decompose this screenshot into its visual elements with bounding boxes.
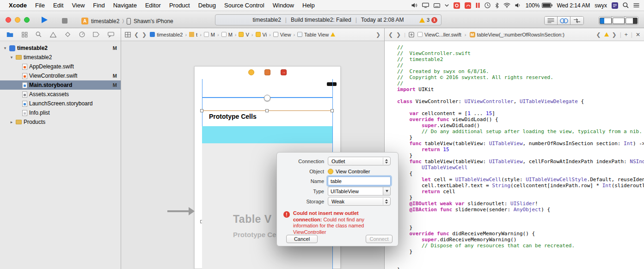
jumpbar-file-crumb[interactable]: ViewC...ller.swift	[417, 32, 461, 37]
search-navigator-icon[interactable]	[36, 31, 42, 37]
initial-view-controller-arrow[interactable]	[167, 210, 190, 212]
project-navigator-icon[interactable]	[6, 32, 13, 37]
zoom-window-button[interactable]	[24, 17, 30, 23]
run-button[interactable]	[42, 17, 48, 23]
combo-dropdown-icon[interactable]	[383, 187, 390, 195]
resize-handle[interactable]	[331, 109, 334, 112]
storage-popup[interactable]: Weak	[328, 197, 391, 206]
breadcrumb-v[interactable]: V	[239, 32, 249, 37]
stop-button[interactable]	[62, 18, 67, 24]
menubar-user[interactable]: swyx	[595, 2, 607, 9]
resize-handle[interactable]	[265, 109, 269, 112]
airplay-icon[interactable]	[465, 2, 471, 9]
close-editor-button[interactable]: ✕	[636, 31, 640, 38]
chat-icon[interactable]	[612, 2, 618, 9]
next-issue-button[interactable]: ❯	[612, 31, 617, 38]
breadcrumb-timestable2[interactable]: timestable2	[150, 32, 183, 37]
menu-view[interactable]: View	[67, 2, 89, 9]
card-icon[interactable]	[434, 3, 440, 8]
chevron-down-icon[interactable]	[445, 4, 449, 7]
bluetooth-icon[interactable]	[495, 3, 499, 8]
test-navigator-icon[interactable]	[65, 31, 71, 37]
toggle-utilities-button[interactable]	[625, 17, 638, 24]
breadcrumb-m[interactable]: M	[204, 32, 215, 37]
file-row-products[interactable]: ▸Products	[0, 117, 121, 127]
forward-button[interactable]: ❯	[142, 31, 147, 38]
first-responder-icon[interactable]	[264, 69, 270, 75]
volume-icon[interactable]	[411, 3, 417, 8]
issue-badges[interactable]: 3 1	[419, 15, 437, 25]
breadcrumb-vi[interactable]: Vi	[256, 32, 267, 37]
disclosure-triangle-icon[interactable]: ▸	[9, 120, 14, 124]
record-icon[interactable]	[454, 2, 460, 9]
cancel-button[interactable]: Cancel	[286, 235, 318, 243]
back-button[interactable]: ❮	[134, 31, 139, 38]
scheme-selector[interactable]: A timestable2 〉 Shawn's iPhone	[81, 18, 173, 24]
report-navigator-icon[interactable]	[108, 32, 114, 37]
wifi-icon[interactable]	[503, 3, 510, 8]
clock-icon[interactable]	[485, 2, 491, 8]
assistant-editor-button[interactable]	[558, 17, 570, 24]
selected-table-cell[interactable]	[202, 126, 332, 143]
spotlight-icon[interactable]	[623, 2, 629, 8]
menu-debug[interactable]: Debug	[194, 2, 220, 9]
next-item-chevron-icon[interactable]: ❯	[376, 31, 380, 38]
file-row-assets-xcassets[interactable]: Assets.xcassets	[0, 90, 121, 99]
menu-editor[interactable]: Editor	[141, 2, 165, 9]
jumpbar-symbol-crumb[interactable]: M tableView(_:numberOfRowsInSection:)	[470, 32, 564, 37]
close-window-button[interactable]	[6, 17, 11, 23]
connection-popup[interactable]: Outlet	[328, 157, 391, 165]
previous-issue-button[interactable]: ❮	[596, 31, 601, 38]
connect-button[interactable]: Connect	[366, 235, 393, 243]
toggle-navigator-button[interactable]	[599, 17, 612, 24]
menu-navigate[interactable]: Navigate	[109, 2, 141, 9]
breadcrumb-t[interactable]: t	[189, 32, 197, 37]
disclosure-triangle-icon[interactable]: ▾	[3, 46, 7, 50]
file-row-info-plist[interactable]: Info.plist	[0, 108, 121, 117]
sound-icon[interactable]	[515, 3, 521, 8]
breadcrumb-m[interactable]: M	[221, 32, 233, 37]
file-row-main-storyboard[interactable]: Main.storyboardM	[0, 80, 121, 90]
view-controller-icon[interactable]	[248, 69, 254, 75]
standard-editor-button[interactable]	[545, 17, 558, 24]
breakpoint-navigator-icon[interactable]	[93, 32, 99, 37]
minimize-window-button[interactable]	[15, 17, 20, 23]
resize-handle[interactable]	[200, 109, 203, 112]
back-button[interactable]: ❮	[388, 31, 393, 38]
name-input[interactable]: table	[328, 177, 391, 185]
forward-button[interactable]: ❯	[396, 31, 401, 38]
breadcrumb-table-view[interactable]: Table View	[297, 32, 335, 37]
add-editor-button[interactable]: +	[625, 31, 628, 38]
exit-icon[interactable]: →	[281, 69, 287, 75]
notification-center-icon[interactable]	[633, 3, 639, 8]
debug-navigator-icon[interactable]	[79, 31, 85, 37]
menu-edit[interactable]: Edit	[49, 2, 67, 9]
file-row-viewcontroller-swift[interactable]: ViewController.swiftM	[0, 71, 121, 80]
toggle-debug-area-button[interactable]	[612, 17, 625, 24]
code-editor[interactable]: //// ViewController.swift// timestable2/…	[385, 41, 644, 269]
disclosure-triangle-icon[interactable]: ▾	[9, 55, 14, 60]
menu-window[interactable]: Window	[269, 2, 298, 9]
menu-find[interactable]: Find	[89, 2, 109, 9]
battery-status[interactable]: 100%	[526, 2, 552, 9]
pause-icon[interactable]	[476, 3, 480, 8]
grid-icon[interactable]	[125, 32, 131, 37]
menu-help[interactable]: Help	[298, 2, 319, 9]
menu-file[interactable]: File	[31, 2, 49, 9]
version-editor-button[interactable]	[570, 17, 583, 24]
drag-handle[interactable]	[264, 95, 270, 101]
symbol-navigator-icon[interactable]	[22, 32, 28, 37]
menubar-clock[interactable]: Wed 2:14 AM	[557, 2, 590, 9]
file-row-appdelegate-swift[interactable]: AppDelegate.swift	[0, 62, 121, 71]
menu-product[interactable]: Product	[165, 2, 194, 9]
related-items-icon[interactable]	[409, 32, 414, 37]
menu-source-control[interactable]: Source Control	[220, 2, 269, 9]
type-combo[interactable]: UITableView	[328, 187, 391, 196]
file-row-timestable2[interactable]: ▾timestable2M	[0, 43, 121, 53]
display-icon[interactable]	[422, 3, 429, 8]
menu-xcode[interactable]: Xcode	[5, 2, 31, 9]
file-row-timestable2[interactable]: ▾timestable2	[0, 53, 121, 62]
issue-navigator-icon[interactable]	[50, 32, 56, 37]
breadcrumb-view[interactable]: View	[273, 32, 291, 37]
file-row-launchscreen-storyboard[interactable]: LaunchScreen.storyboard	[0, 99, 121, 108]
